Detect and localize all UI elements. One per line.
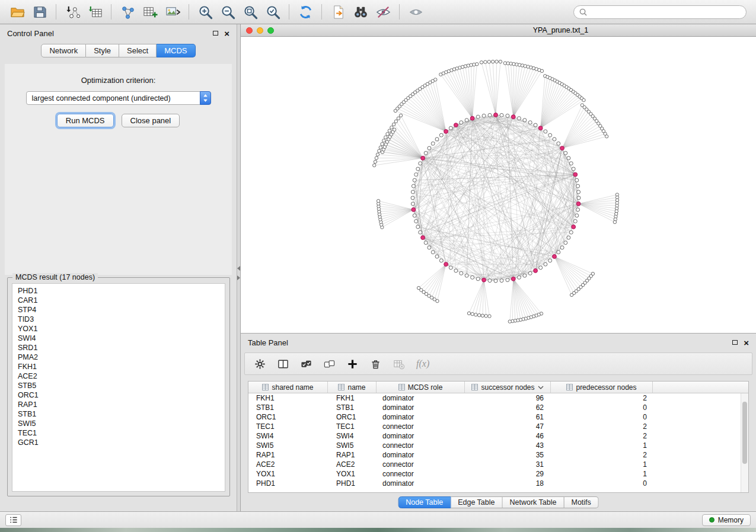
zoom-fit-icon[interactable] bbox=[241, 2, 260, 21]
open-folder-icon[interactable] bbox=[8, 2, 27, 21]
tab-select[interactable]: Select bbox=[119, 44, 157, 57]
zoom-in-icon[interactable] bbox=[196, 2, 215, 21]
column-header-mcds-role[interactable]: MCDS role bbox=[377, 382, 465, 393]
float-panel-icon[interactable] bbox=[213, 31, 218, 36]
expand-right-icon[interactable] bbox=[237, 275, 240, 280]
fx-icon[interactable]: f(x) bbox=[416, 357, 429, 370]
window-maximize-icon[interactable] bbox=[267, 27, 274, 34]
import-table-icon[interactable] bbox=[85, 2, 104, 21]
close-table-panel-icon[interactable]: × bbox=[744, 338, 749, 347]
close-panel-icon[interactable]: × bbox=[224, 29, 229, 38]
mcds-result-item[interactable]: ACE2 bbox=[18, 371, 219, 381]
table-row[interactable]: PHD1PHD1dominator180 bbox=[248, 479, 748, 488]
new-table-icon[interactable] bbox=[141, 2, 160, 21]
float-table-panel-icon[interactable] bbox=[732, 340, 738, 345]
network-canvas[interactable] bbox=[241, 37, 756, 333]
mcds-result-item[interactable]: PMA2 bbox=[18, 352, 219, 362]
window-close-icon[interactable] bbox=[246, 27, 253, 34]
search-network-icon[interactable] bbox=[351, 2, 370, 21]
mcds-result-item[interactable]: PHD1 bbox=[18, 286, 219, 296]
table-row[interactable]: TEC1TEC1connector472 bbox=[248, 422, 748, 431]
mcds-result-item[interactable]: STB5 bbox=[18, 381, 219, 390]
mcds-result-item[interactable]: YOX1 bbox=[18, 324, 219, 334]
table-row[interactable]: YOX1YOX1connector291 bbox=[248, 469, 748, 479]
table-scrollbar-thumb[interactable] bbox=[742, 402, 747, 464]
select-all-icon[interactable] bbox=[301, 357, 312, 370]
cell-successor_nodes: 96 bbox=[465, 394, 551, 402]
tab-network-table[interactable]: Network Table bbox=[503, 496, 564, 508]
dropdown-stepper-icon[interactable] bbox=[200, 91, 211, 105]
import-network-icon[interactable] bbox=[63, 2, 82, 21]
list-icon bbox=[9, 516, 18, 524]
toolbar-separator bbox=[56, 4, 56, 20]
search-input[interactable] bbox=[590, 8, 741, 16]
mcds-result-item[interactable]: ORC1 bbox=[18, 390, 219, 400]
cell-mcds_role: dominator bbox=[377, 394, 465, 402]
gear-icon[interactable] bbox=[254, 357, 266, 370]
table-row[interactable]: SWI4SWI4dominator462 bbox=[248, 431, 748, 441]
trash-icon[interactable] bbox=[370, 357, 381, 370]
main-toolbar bbox=[0, 0, 756, 24]
save-icon[interactable] bbox=[30, 2, 49, 21]
close-panel-button[interactable]: Close panel bbox=[122, 114, 180, 127]
search-box[interactable] bbox=[573, 5, 747, 19]
mcds-result-item[interactable]: SWI5 bbox=[18, 419, 219, 428]
tab-node-table[interactable]: Node Table bbox=[398, 496, 451, 508]
run-mcds-button[interactable]: Run MCDS bbox=[57, 114, 114, 127]
toolbar-separator bbox=[111, 4, 111, 20]
table-row[interactable]: RAP1RAP1dominator352 bbox=[248, 450, 748, 460]
tab-motifs[interactable]: Motifs bbox=[564, 496, 598, 508]
cell-predecessor_nodes: 1 bbox=[551, 470, 653, 478]
memory-label: Memory bbox=[718, 516, 744, 524]
hide-graphics-icon[interactable] bbox=[374, 2, 393, 21]
table-row[interactable]: FKH1FKH1dominator962 bbox=[248, 393, 748, 403]
export-network-icon[interactable] bbox=[328, 2, 347, 21]
mcds-result-item[interactable]: TEC1 bbox=[18, 428, 219, 438]
column-header-name[interactable]: name bbox=[328, 382, 377, 393]
criterion-dropdown[interactable]: largest connected component (undirected) bbox=[26, 91, 211, 105]
network-graph[interactable] bbox=[241, 37, 756, 333]
show-graphics-icon[interactable] bbox=[406, 2, 425, 21]
task-history-button[interactable] bbox=[5, 514, 21, 526]
mcds-result-item[interactable]: TID3 bbox=[18, 315, 219, 324]
table-row[interactable]: SWI5SWI5connector431 bbox=[248, 441, 748, 450]
cell-shared_name: ACE2 bbox=[248, 460, 328, 469]
tab-network[interactable]: Network bbox=[41, 44, 86, 57]
column-header-predecessor-nodes[interactable]: predecessor nodes bbox=[551, 382, 653, 393]
mcds-result-item[interactable]: SWI4 bbox=[18, 334, 219, 343]
column-view-icon[interactable] bbox=[277, 357, 289, 370]
tab-edge-table[interactable]: Edge Table bbox=[451, 496, 502, 508]
tab-style[interactable]: Style bbox=[86, 44, 119, 57]
add-icon[interactable] bbox=[347, 357, 358, 370]
network-window-titlebar: YPA_prune.txt_1 bbox=[241, 24, 756, 37]
cell-name: STB1 bbox=[328, 403, 377, 412]
mcds-result-list[interactable]: PHD1CAR1STP4TID3YOX1SWI4SRD1PMA2FKH1ACE2… bbox=[12, 283, 225, 492]
column-header-shared-name[interactable]: shared name bbox=[248, 382, 328, 393]
table-row[interactable]: ACE2ACE2connector311 bbox=[248, 460, 748, 469]
refresh-layout-icon[interactable] bbox=[296, 2, 315, 21]
zoom-selected-icon[interactable] bbox=[263, 2, 282, 21]
delete-table-icon[interactable] bbox=[393, 357, 404, 370]
mcds-result-item[interactable]: FKH1 bbox=[18, 362, 219, 371]
table-row[interactable]: STB1STB1dominator620 bbox=[248, 403, 748, 412]
table-scrollbar[interactable] bbox=[741, 393, 748, 492]
new-network-icon[interactable] bbox=[118, 2, 137, 21]
cell-shared_name: RAP1 bbox=[248, 451, 328, 459]
export-image-icon[interactable] bbox=[163, 2, 182, 21]
mcds-result-item[interactable]: SRD1 bbox=[18, 343, 219, 352]
mcds-result-item[interactable]: STP4 bbox=[18, 305, 219, 315]
window-minimize-icon[interactable] bbox=[257, 27, 263, 34]
mcds-result-item[interactable]: CAR1 bbox=[18, 296, 219, 305]
column-header-successor-nodes[interactable]: successor nodes bbox=[465, 382, 551, 393]
zoom-out-icon[interactable] bbox=[218, 2, 237, 21]
collapse-left-icon[interactable] bbox=[237, 266, 240, 271]
deselect-all-icon[interactable] bbox=[324, 357, 335, 370]
tab-mcds[interactable]: MCDS bbox=[157, 44, 195, 57]
mcds-result-item[interactable]: STB1 bbox=[18, 409, 219, 419]
table-row[interactable]: ORC1ORC1dominator610 bbox=[248, 412, 748, 422]
cell-successor_nodes: 18 bbox=[465, 479, 551, 488]
cell-predecessor_nodes: 0 bbox=[551, 403, 653, 412]
mcds-result-item[interactable]: RAP1 bbox=[18, 400, 219, 409]
memory-button[interactable]: Memory bbox=[702, 514, 751, 526]
mcds-result-item[interactable]: GCR1 bbox=[18, 438, 219, 447]
